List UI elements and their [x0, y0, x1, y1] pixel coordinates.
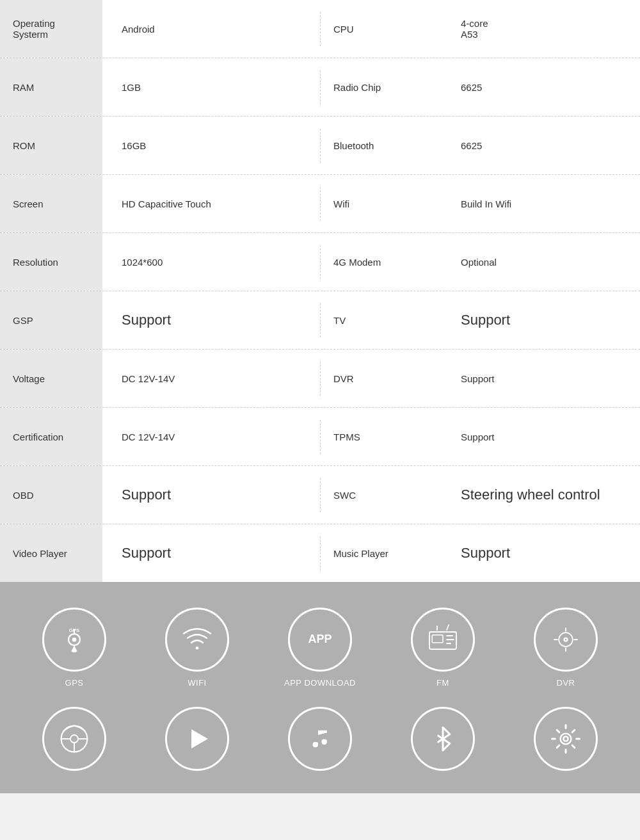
- spec-label-1: RAM: [0, 58, 102, 116]
- spec-label2-2: Bluetooth: [320, 129, 448, 163]
- svg-marker-21: [191, 729, 208, 748]
- dvr-label: DVR: [557, 678, 575, 688]
- settings-icon: [534, 707, 598, 771]
- spec-value2-2: 6625: [448, 129, 640, 163]
- spec-label-6: Voltage: [0, 350, 102, 407]
- spec-label-3: Screen: [0, 175, 102, 232]
- icon-item-music: [269, 707, 371, 771]
- icon-item-bluetooth: [392, 707, 494, 771]
- spec-label2-6: DVR: [320, 362, 448, 396]
- specs-row: Screen HD Capacitive Touch Wifi Build In…: [0, 175, 640, 233]
- wifi-label: WIFI: [188, 678, 206, 688]
- spec-label2-7: TPMS: [320, 420, 448, 454]
- specs-row: Operating Systerm Android CPU 4-coreA53: [0, 0, 640, 58]
- spec-label2-1: Radio Chip: [320, 70, 448, 104]
- spec-value2-5: Support: [448, 300, 640, 340]
- specs-row: RAM 1GB Radio Chip 6625: [0, 58, 640, 117]
- spec-label2-8: SWC: [320, 478, 448, 512]
- spec-value-9: Support: [102, 533, 320, 573]
- spec-label2-4: 4G Modem: [320, 245, 448, 279]
- icons-row-2: [0, 700, 640, 784]
- app-label: APP DOWNLOAD: [284, 678, 356, 688]
- icon-item-wifi: WIFI: [146, 608, 248, 688]
- spec-label2-3: Wifi: [320, 187, 448, 221]
- spec-value-1: 1GB: [102, 70, 320, 104]
- spec-value2-9: Support: [448, 533, 640, 573]
- wifi-icon: [165, 608, 229, 672]
- spec-value2-6: Support: [448, 362, 640, 396]
- gps-icon: GPS: [42, 608, 106, 672]
- icon-item-fm: FM: [392, 608, 494, 688]
- spec-label2-9: Music Player: [320, 537, 448, 570]
- spec-value-7: DC 12V-14V: [102, 420, 320, 454]
- spec-value2-4: Optional: [448, 245, 640, 279]
- spec-label-9: Video Player: [0, 524, 102, 582]
- spec-label-5: GSP: [0, 291, 102, 349]
- spec-value2-0: 4-coreA53: [448, 6, 640, 51]
- icons-section: GPS GPS WIFI APP APP DOWNLOAD: [0, 582, 640, 793]
- spec-value-8: Support: [102, 475, 320, 515]
- spec-value-0: Android: [102, 12, 320, 46]
- spec-label-4: Resolution: [0, 233, 102, 291]
- specs-row: Certification DC 12V-14V TPMS Support: [0, 408, 640, 466]
- icons-row-1: GPS GPS WIFI APP APP DOWNLOAD: [0, 601, 640, 691]
- app-icon: APP: [288, 608, 352, 672]
- spec-value2-8: Steering wheel control: [448, 475, 640, 515]
- music-icon: [288, 707, 352, 771]
- spec-value2-7: Support: [448, 420, 640, 454]
- dvr-icon: [534, 608, 598, 672]
- icon-item-settings: [515, 707, 617, 771]
- spec-value-2: 16GB: [102, 129, 320, 163]
- fm-label: FM: [436, 678, 449, 688]
- svg-text:APP: APP: [308, 633, 332, 645]
- svg-point-24: [564, 738, 568, 741]
- icon-item-play: [146, 707, 248, 771]
- svg-rect-5: [432, 635, 443, 643]
- specs-row: GSP Support TV Support: [0, 291, 640, 350]
- spec-value2-1: 6625: [448, 70, 640, 104]
- specs-row: Voltage DC 12V-14V DVR Support: [0, 350, 640, 408]
- icon-item-gps: GPS GPS: [23, 608, 125, 688]
- gps-label: GPS: [65, 678, 84, 688]
- bluetooth-icon: [411, 707, 475, 771]
- spec-label-2: ROM: [0, 117, 102, 174]
- spec-value-5: Support: [102, 300, 320, 340]
- steering-icon: [42, 707, 106, 771]
- spec-label-7: Certification: [0, 408, 102, 465]
- spec-value-6: DC 12V-14V: [102, 362, 320, 396]
- specs-table: Operating Systerm Android CPU 4-coreA53 …: [0, 0, 640, 582]
- svg-point-2: [72, 638, 77, 642]
- svg-line-10: [447, 625, 449, 630]
- spec-value-3: HD Capacitive Touch: [102, 187, 320, 221]
- specs-row: OBD Support SWC Steering wheel control: [0, 466, 640, 524]
- spec-value-4: 1024*600: [102, 245, 320, 279]
- play-icon: [165, 707, 229, 771]
- fm-icon: [411, 608, 475, 672]
- spec-label-8: OBD: [0, 466, 102, 524]
- spec-label-0: Operating Systerm: [0, 0, 102, 58]
- spec-value2-3: Build In Wifi: [448, 187, 640, 221]
- icon-item-app: APP APP DOWNLOAD: [269, 608, 371, 688]
- specs-row: Video Player Support Music Player Suppor…: [0, 524, 640, 582]
- svg-point-19: [70, 735, 78, 743]
- specs-row: Resolution 1024*600 4G Modem Optional: [0, 233, 640, 291]
- spec-label2-5: TV: [320, 303, 448, 337]
- icon-item-dvr: DVR: [515, 608, 617, 688]
- specs-row: ROM 16GB Bluetooth 6625: [0, 117, 640, 175]
- icon-item-steering: [23, 707, 125, 771]
- spec-label2-0: CPU: [320, 12, 448, 46]
- svg-point-13: [565, 639, 566, 640]
